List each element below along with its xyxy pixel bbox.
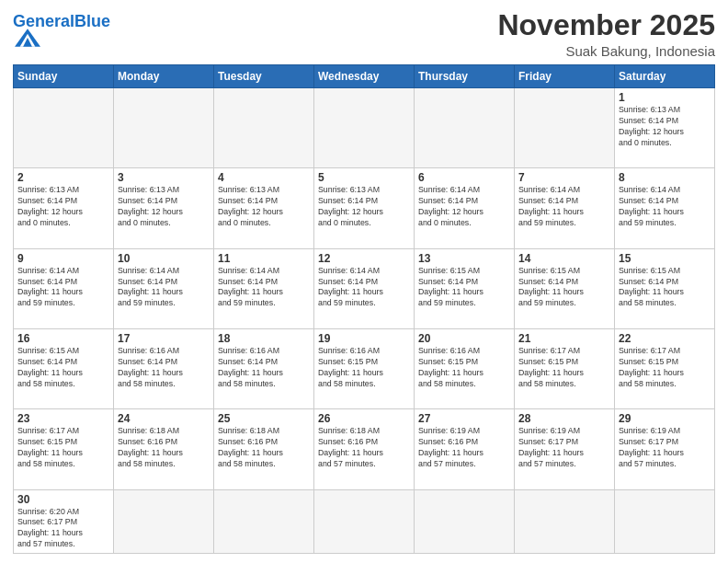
day-info: Sunrise: 6:18 AM Sunset: 6:16 PM Dayligh… [318,426,410,470]
calendar: Sunday Monday Tuesday Wednesday Thursday… [13,64,715,554]
day-info: Sunrise: 6:18 AM Sunset: 6:16 PM Dayligh… [218,426,310,470]
table-cell: 22Sunrise: 6:17 AM Sunset: 6:15 PM Dayli… [615,328,715,408]
day-info: Sunrise: 6:16 AM Sunset: 6:14 PM Dayligh… [218,346,310,390]
day-info: Sunrise: 6:14 AM Sunset: 6:14 PM Dayligh… [118,266,210,310]
table-cell: 29Sunrise: 6:19 AM Sunset: 6:17 PM Dayli… [615,409,715,489]
table-cell: 9Sunrise: 6:14 AM Sunset: 6:14 PM Daylig… [14,248,114,328]
table-cell [415,88,515,168]
day-info: Sunrise: 6:13 AM Sunset: 6:14 PM Dayligh… [218,185,310,229]
day-info: Sunrise: 6:18 AM Sunset: 6:16 PM Dayligh… [118,426,210,470]
day-info: Sunrise: 6:19 AM Sunset: 6:17 PM Dayligh… [518,426,610,470]
day-info: Sunrise: 6:16 AM Sunset: 6:15 PM Dayligh… [418,346,510,390]
day-number: 2 [17,171,109,184]
day-number: 14 [518,252,610,265]
table-cell: 28Sunrise: 6:19 AM Sunset: 6:17 PM Dayli… [515,409,615,489]
table-cell: 20Sunrise: 6:16 AM Sunset: 6:15 PM Dayli… [415,328,515,408]
table-cell [214,489,314,554]
col-wednesday: Wednesday [314,65,415,88]
col-tuesday: Tuesday [214,65,314,88]
day-info: Sunrise: 6:19 AM Sunset: 6:16 PM Dayligh… [418,426,510,470]
day-number: 4 [218,171,310,184]
day-info: Sunrise: 6:20 AM Sunset: 6:17 PM Dayligh… [17,507,109,551]
day-info: Sunrise: 6:17 AM Sunset: 6:15 PM Dayligh… [518,346,610,390]
col-friday: Friday [515,65,615,88]
logo-icon [15,28,40,48]
table-cell: 11Sunrise: 6:14 AM Sunset: 6:14 PM Dayli… [214,248,314,328]
table-cell: 8Sunrise: 6:14 AM Sunset: 6:14 PM Daylig… [615,168,715,248]
table-cell: 26Sunrise: 6:18 AM Sunset: 6:16 PM Dayli… [314,409,415,489]
table-cell: 18Sunrise: 6:16 AM Sunset: 6:14 PM Dayli… [214,328,314,408]
table-cell: 1Sunrise: 6:13 AM Sunset: 6:14 PM Daylig… [615,88,715,168]
day-info: Sunrise: 6:15 AM Sunset: 6:14 PM Dayligh… [619,266,711,310]
day-number: 7 [518,171,610,184]
day-number: 9 [17,252,109,265]
col-sunday: Sunday [14,65,114,88]
table-cell: 13Sunrise: 6:15 AM Sunset: 6:14 PM Dayli… [415,248,515,328]
day-number: 26 [318,412,410,425]
day-info: Sunrise: 6:15 AM Sunset: 6:14 PM Dayligh… [17,346,109,390]
day-number: 30 [17,493,109,506]
day-number: 17 [118,332,210,345]
day-number: 28 [518,412,610,425]
day-info: Sunrise: 6:13 AM Sunset: 6:14 PM Dayligh… [619,105,711,149]
day-info: Sunrise: 6:13 AM Sunset: 6:14 PM Dayligh… [17,185,109,229]
day-number: 29 [619,412,711,425]
day-number: 3 [118,171,210,184]
day-info: Sunrise: 6:13 AM Sunset: 6:14 PM Dayligh… [318,185,410,229]
table-cell: 12Sunrise: 6:14 AM Sunset: 6:14 PM Dayli… [314,248,415,328]
col-monday: Monday [114,65,214,88]
table-cell: 24Sunrise: 6:18 AM Sunset: 6:16 PM Dayli… [114,409,214,489]
table-cell [415,489,515,554]
col-saturday: Saturday [615,65,715,88]
location-title: Suak Bakung, Indonesia [497,43,715,59]
day-number: 15 [619,252,711,265]
day-number: 12 [318,252,410,265]
table-cell [314,489,415,554]
day-info: Sunrise: 6:17 AM Sunset: 6:15 PM Dayligh… [619,346,711,390]
table-cell: 27Sunrise: 6:19 AM Sunset: 6:16 PM Dayli… [415,409,515,489]
table-cell: 5Sunrise: 6:13 AM Sunset: 6:14 PM Daylig… [314,168,415,248]
table-cell: 10Sunrise: 6:14 AM Sunset: 6:14 PM Dayli… [114,248,214,328]
month-title: November 2025 [497,9,715,41]
day-number: 8 [619,171,711,184]
day-info: Sunrise: 6:14 AM Sunset: 6:14 PM Dayligh… [318,266,410,310]
day-number: 18 [218,332,310,345]
day-number: 5 [318,171,410,184]
day-number: 23 [17,412,109,425]
day-info: Sunrise: 6:16 AM Sunset: 6:14 PM Dayligh… [118,346,210,390]
day-info: Sunrise: 6:17 AM Sunset: 6:15 PM Dayligh… [17,426,109,470]
col-thursday: Thursday [415,65,515,88]
table-cell [14,88,114,168]
table-cell: 7Sunrise: 6:14 AM Sunset: 6:14 PM Daylig… [515,168,615,248]
day-number: 20 [418,332,510,345]
table-cell: 4Sunrise: 6:13 AM Sunset: 6:14 PM Daylig… [214,168,314,248]
day-info: Sunrise: 6:14 AM Sunset: 6:14 PM Dayligh… [619,185,711,229]
day-number: 19 [318,332,410,345]
day-info: Sunrise: 6:13 AM Sunset: 6:14 PM Dayligh… [118,185,210,229]
day-number: 10 [118,252,210,265]
table-cell [214,88,314,168]
day-number: 25 [218,412,310,425]
day-info: Sunrise: 6:15 AM Sunset: 6:14 PM Dayligh… [418,266,510,310]
header: GeneralBlue November 2025 Suak Bakung, I… [13,9,715,59]
day-number: 6 [418,171,510,184]
table-cell: 6Sunrise: 6:14 AM Sunset: 6:14 PM Daylig… [415,168,515,248]
day-info: Sunrise: 6:14 AM Sunset: 6:14 PM Dayligh… [218,266,310,310]
table-cell [314,88,415,168]
table-cell: 30Sunrise: 6:20 AM Sunset: 6:17 PM Dayli… [14,489,114,554]
day-info: Sunrise: 6:14 AM Sunset: 6:14 PM Dayligh… [418,185,510,229]
day-info: Sunrise: 6:14 AM Sunset: 6:14 PM Dayligh… [518,185,610,229]
table-cell: 19Sunrise: 6:16 AM Sunset: 6:15 PM Dayli… [314,328,415,408]
table-cell: 17Sunrise: 6:16 AM Sunset: 6:14 PM Dayli… [114,328,214,408]
table-cell [114,489,214,554]
day-info: Sunrise: 6:19 AM Sunset: 6:17 PM Dayligh… [619,426,711,470]
day-number: 21 [518,332,610,345]
page: GeneralBlue November 2025 Suak Bakung, I… [0,0,728,563]
table-cell: 2Sunrise: 6:13 AM Sunset: 6:14 PM Daylig… [14,168,114,248]
logo: GeneralBlue [13,13,110,52]
day-number: 22 [619,332,711,345]
day-info: Sunrise: 6:16 AM Sunset: 6:15 PM Dayligh… [318,346,410,390]
table-cell: 23Sunrise: 6:17 AM Sunset: 6:15 PM Dayli… [14,409,114,489]
calendar-header-row: Sunday Monday Tuesday Wednesday Thursday… [14,65,715,88]
table-cell [515,88,615,168]
